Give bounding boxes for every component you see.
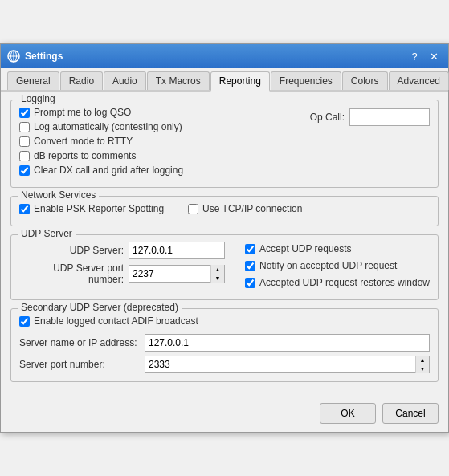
udp-port-input[interactable]: [129, 266, 210, 281]
tab-reporting[interactable]: Reporting: [210, 71, 270, 92]
secondary-udp-group: Secondary UDP Server (deprecated) Enable…: [10, 308, 439, 382]
psk-reporter-checkbox[interactable]: [19, 204, 30, 214]
tab-general[interactable]: General: [7, 71, 59, 90]
checkbox-row-clear-dx: Clear DX call and grid after logging: [19, 165, 310, 176]
clear-dx-checkbox[interactable]: [19, 165, 30, 176]
clear-dx-label[interactable]: Clear DX call and grid after logging: [34, 165, 183, 176]
settings-window: Settings ? ✕ General Radio Audio Tx Macr…: [0, 43, 449, 433]
tab-audio[interactable]: Audio: [104, 71, 146, 90]
cancel-button[interactable]: Cancel: [382, 403, 439, 424]
restore-window-row: Accepted UDP request restores window: [245, 277, 430, 288]
secondary-port-decrement-btn[interactable]: ▼: [416, 364, 429, 373]
secondary-port-label: Server port number:: [19, 359, 140, 370]
footer: OK Cancel: [1, 398, 448, 432]
log-auto-checkbox[interactable]: [19, 122, 30, 132]
udp-server-input[interactable]: [129, 242, 225, 259]
prompt-log-label[interactable]: Prompt me to log QSO: [34, 107, 131, 118]
udp-port-spinner: ▲ ▼: [129, 265, 225, 283]
udp-left: UDP Server: UDP Server port number: ▲ ▼: [19, 242, 240, 291]
server-name-row: Server name or IP address:: [19, 334, 430, 352]
secondary-port-spinner-btns: ▲ ▼: [415, 356, 429, 373]
tab-frequencies[interactable]: Frequencies: [271, 71, 341, 90]
notify-udp-checkbox[interactable]: [245, 261, 255, 271]
udp-server-row: UDP Server:: [19, 242, 240, 259]
tab-tx-macros[interactable]: Tx Macros: [147, 71, 210, 90]
network-row: Enable PSK Reporter Spotting Use TCP/IP …: [19, 203, 430, 218]
secondary-port-input[interactable]: [145, 357, 415, 372]
udp-checkboxes: Accept UDP requests Notify on accepted U…: [245, 242, 430, 291]
ok-button[interactable]: OK: [320, 403, 376, 424]
checkbox-row-tcp: Use TCP/IP connection: [188, 203, 302, 214]
secondary-grid: Enable logged contact ADIF broadcast Ser…: [19, 315, 430, 373]
help-button[interactable]: ?: [406, 48, 422, 64]
op-call-area: Op Call:: [310, 108, 430, 126]
server-name-label: Server name or IP address:: [19, 337, 140, 348]
network-services-label: Network Services: [18, 189, 99, 201]
tab-colors[interactable]: Colors: [342, 71, 388, 90]
app-icon: [7, 50, 20, 63]
tab-advanced[interactable]: Advanced: [389, 71, 449, 90]
tcp-ip-checkbox[interactable]: [188, 204, 198, 214]
convert-rtty-checkbox[interactable]: [19, 136, 30, 147]
title-bar: Settings ? ✕: [1, 44, 448, 68]
udp-port-label: UDP Server port number:: [19, 262, 124, 285]
window-title: Settings: [25, 51, 63, 62]
convert-rtty-label[interactable]: Convert mode to RTTY: [34, 136, 133, 147]
udp-port-decrement-btn[interactable]: ▼: [211, 274, 224, 283]
db-comments-label[interactable]: dB reports to comments: [34, 150, 136, 161]
checkbox-row-auto: Log automatically (contesting only): [19, 121, 310, 132]
udp-server-label: UDP Server:: [19, 245, 124, 256]
logging-header: Prompt me to log QSO Log automatically (…: [19, 107, 430, 179]
notify-udp-row: Notify on accepted UDP request: [245, 260, 430, 271]
logging-group-label: Logging: [18, 93, 59, 104]
enable-adif-checkbox[interactable]: [19, 316, 30, 327]
op-call-input[interactable]: [349, 108, 430, 126]
log-auto-label[interactable]: Log automatically (contesting only): [34, 121, 182, 132]
title-bar-controls: ? ✕: [406, 48, 442, 64]
op-call-label: Op Call:: [310, 112, 345, 123]
checkbox-row-prompt: Prompt me to log QSO: [19, 107, 310, 118]
server-name-input[interactable]: [145, 334, 430, 352]
notify-udp-label[interactable]: Notify on accepted UDP request: [259, 260, 397, 271]
enable-adif-row: Enable logged contact ADIF broadcast: [19, 315, 430, 327]
udp-section: UDP Server: UDP Server port number: ▲ ▼: [19, 242, 430, 291]
checkbox-row-db: dB reports to comments: [19, 150, 310, 161]
tab-radio[interactable]: Radio: [60, 71, 103, 90]
secondary-udp-label: Secondary UDP Server (deprecated): [18, 302, 182, 313]
checkbox-row-rtty: Convert mode to RTTY: [19, 136, 310, 147]
restore-window-label[interactable]: Accepted UDP request restores window: [259, 277, 430, 288]
udp-port-increment-btn[interactable]: ▲: [211, 265, 224, 274]
udp-server-group-label: UDP Server: [18, 228, 76, 239]
logging-group: Logging Prompt me to log QSO Log automat…: [10, 100, 439, 188]
udp-port-spinner-btns: ▲ ▼: [210, 265, 224, 283]
network-services-group: Network Services Enable PSK Reporter Spo…: [10, 196, 439, 226]
prompt-log-checkbox[interactable]: [19, 108, 30, 118]
tabs-bar: General Radio Audio Tx Macros Reporting …: [1, 68, 448, 92]
content-area: Logging Prompt me to log QSO Log automat…: [1, 92, 448, 398]
accept-udp-row: Accept UDP requests: [245, 243, 430, 254]
tcp-ip-label[interactable]: Use TCP/IP connection: [202, 203, 302, 214]
udp-server-group: UDP Server UDP Server: UDP Server port n…: [10, 234, 439, 300]
psk-reporter-label[interactable]: Enable PSK Reporter Spotting: [34, 203, 164, 214]
secondary-port-increment-btn[interactable]: ▲: [416, 356, 429, 364]
enable-adif-label[interactable]: Enable logged contact ADIF broadcast: [34, 315, 198, 327]
logging-checkboxes: Prompt me to log QSO Log automatically (…: [19, 107, 310, 179]
close-button[interactable]: ✕: [426, 48, 442, 64]
title-bar-left: Settings: [7, 50, 63, 63]
accept-udp-checkbox[interactable]: [245, 244, 255, 254]
secondary-port-row: Server port number: ▲ ▼: [19, 356, 430, 373]
checkbox-row-psk: Enable PSK Reporter Spotting: [19, 203, 164, 214]
accept-udp-label[interactable]: Accept UDP requests: [259, 243, 352, 254]
restore-window-checkbox[interactable]: [245, 278, 255, 288]
secondary-port-spinner: ▲ ▼: [145, 356, 430, 373]
db-comments-checkbox[interactable]: [19, 151, 30, 161]
udp-port-row: UDP Server port number: ▲ ▼: [19, 262, 240, 285]
